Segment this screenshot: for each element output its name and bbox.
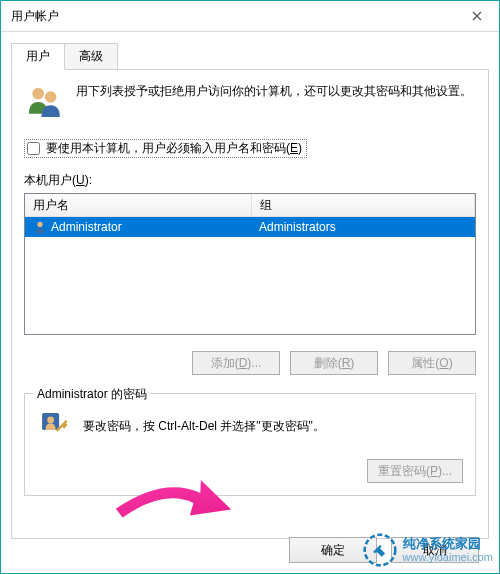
reset-password-button[interactable]: 重置密码(P)...: [367, 459, 463, 483]
svg-point-4: [47, 417, 54, 424]
password-group-legend: Administrator 的密码: [33, 386, 151, 403]
password-group: Administrator 的密码 要改密码，按 Ctrl-Alt-Del 并选…: [24, 393, 476, 496]
window-title: 用户帐户: [11, 8, 59, 25]
titlebar: 用户帐户: [1, 1, 499, 32]
users-list-header: 用户名 组: [25, 194, 475, 217]
user-properties-button[interactable]: 属性(O): [388, 351, 476, 375]
watermark-logo-icon: [363, 533, 397, 567]
users-listbox[interactable]: 用户名 组 Administrator Administrators: [24, 193, 476, 335]
svg-point-2: [37, 222, 42, 227]
add-user-button[interactable]: 添加(D)...: [192, 351, 280, 375]
user-row-icon: [33, 220, 47, 234]
tab-strip: 用户 高级: [11, 42, 489, 69]
watermark-title: 纯净系统家园: [403, 537, 493, 551]
table-row[interactable]: Administrator Administrators: [25, 217, 475, 237]
watermark: 纯净系统家园 www.yidaimei.com: [363, 533, 493, 567]
watermark-url: www.yidaimei.com: [403, 551, 493, 563]
require-login-checkbox-row[interactable]: 要使用本计算机，用户必须输入用户名和密码(E): [24, 139, 307, 158]
column-header-username[interactable]: 用户名: [25, 194, 252, 216]
info-text: 用下列表授予或拒绝用户访问你的计算机，还可以更改其密码和其他设置。: [76, 82, 472, 101]
cell-username: Administrator: [25, 220, 251, 234]
local-users-label: 本机用户(U):: [24, 172, 476, 189]
remove-user-button[interactable]: 删除(R): [290, 351, 378, 375]
require-login-label: 要使用本计算机，用户必须输入用户名和密码(E): [46, 140, 302, 157]
info-row: 用下列表授予或拒绝用户访问你的计算机，还可以更改其密码和其他设置。: [24, 82, 476, 125]
column-header-group[interactable]: 组: [252, 194, 475, 216]
close-icon: [472, 11, 482, 21]
password-hint-text: 要改密码，按 Ctrl-Alt-Del 并选择"更改密码"。: [83, 418, 325, 435]
close-button[interactable]: [454, 1, 499, 31]
svg-point-1: [45, 91, 57, 103]
users-icon: [24, 82, 64, 125]
user-buttons-row: 添加(D)... 删除(R) 属性(O): [24, 351, 476, 375]
tab-users[interactable]: 用户: [11, 43, 65, 70]
svg-point-0: [32, 88, 44, 100]
cell-group: Administrators: [251, 220, 475, 234]
tab-advanced[interactable]: 高级: [64, 43, 118, 70]
user-accounts-window: 用户帐户 用户 高级 用下列表授予或拒绝用户访问你的计算机，还可以更改其密码和其…: [0, 0, 500, 574]
require-login-checkbox[interactable]: [27, 142, 40, 155]
key-icon: [37, 408, 71, 445]
tab-panel-users: 用下列表授予或拒绝用户访问你的计算机，还可以更改其密码和其他设置。 要使用本计算…: [11, 69, 489, 539]
